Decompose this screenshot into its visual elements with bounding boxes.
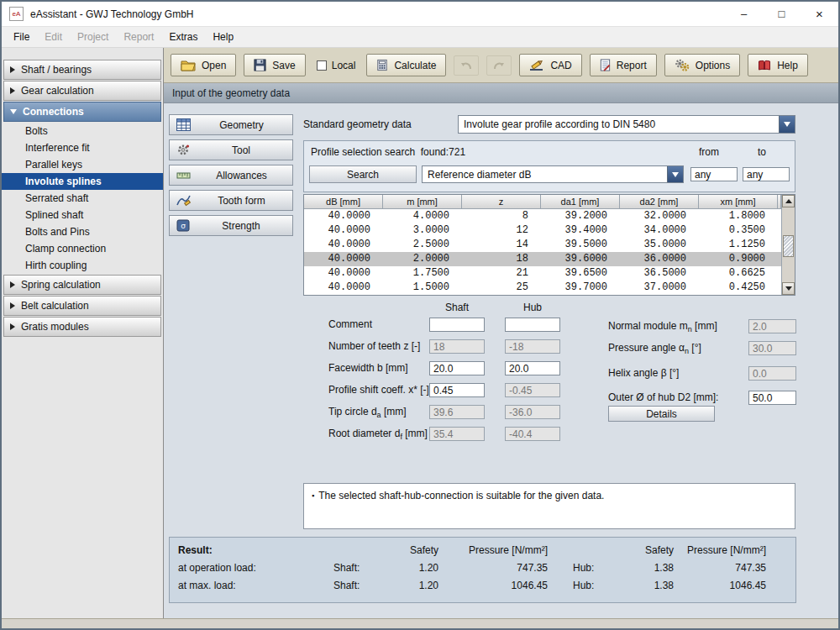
- sidebar-item-splined-shaft[interactable]: Splined shaft: [2, 207, 163, 223]
- comment-hub-input[interactable]: [505, 318, 560, 332]
- nav-geometry-button[interactable]: Geometry: [169, 114, 293, 135]
- table-scrollbar[interactable]: [781, 195, 795, 295]
- table-cell: 2.5000: [383, 238, 462, 252]
- pressure-angle-label: Pressure angle αn [°]: [608, 342, 701, 355]
- floppy-icon: [254, 59, 266, 71]
- search-found-count: found:721: [421, 146, 465, 158]
- table-row[interactable]: 40.00001.75002139.650036.50000.6625: [304, 266, 781, 281]
- sidebar-item-involute-splines[interactable]: Involute splines: [2, 173, 163, 190]
- redo-button: [486, 55, 512, 76]
- standard-geometry-select[interactable]: Involute gear profile according to DIN 5…: [458, 115, 795, 134]
- sidebar-item-clamp-connection[interactable]: Clamp connection: [2, 240, 163, 257]
- search-criteria-select[interactable]: Reference diameter dB: [422, 165, 684, 183]
- scroll-down-button[interactable]: [782, 282, 795, 295]
- table-cell: 35.0000: [620, 238, 699, 252]
- nav-tool-button[interactable]: Tool: [169, 139, 293, 160]
- details-button[interactable]: Details: [608, 406, 715, 422]
- nav-strength-label: Strength: [197, 220, 286, 232]
- facewidth-hub-input[interactable]: [505, 361, 560, 375]
- result-pressure-value: 747.35: [674, 562, 766, 574]
- cad-button[interactable]: CAD: [519, 54, 581, 76]
- sidebar-item-hirth-coupling[interactable]: Hirth coupling: [2, 257, 163, 274]
- sidebar-item-parallel-keys[interactable]: Parallel keys: [2, 156, 163, 173]
- local-checkbox[interactable]: Local: [313, 60, 360, 71]
- close-button[interactable]: ×: [801, 2, 838, 27]
- bullet-icon: ▪: [312, 491, 314, 500]
- sidebar-section-label: Belt calculation: [21, 300, 89, 312]
- sidebar-section-connections[interactable]: Connections: [3, 102, 161, 122]
- outer-hub-diameter-input[interactable]: [748, 391, 796, 405]
- table-row-selected[interactable]: 40.00002.00001839.600036.00000.9000: [304, 252, 781, 266]
- menu-edit[interactable]: Edit: [37, 27, 70, 47]
- search-title-label: Profile selection search found:721: [311, 146, 465, 158]
- table-header-z[interactable]: z: [462, 195, 541, 209]
- message-text: The selected shaft-hub-connection is sui…: [318, 490, 604, 501]
- table-row[interactable]: 40.00003.00001239.400034.00000.3500: [304, 223, 781, 238]
- table-header-xm[interactable]: xm [mm]: [699, 195, 778, 209]
- from-input[interactable]: [690, 167, 738, 181]
- menu-report[interactable]: Report: [116, 27, 161, 47]
- comment-label: Comment: [328, 318, 372, 332]
- nav-tooth-form-button[interactable]: Tooth form: [169, 190, 293, 211]
- table-header-da2[interactable]: da2 [mm]: [620, 195, 699, 209]
- grid-icon: [176, 118, 191, 131]
- table-cell: 39.4000: [541, 223, 620, 238]
- search-button[interactable]: Search: [309, 165, 417, 183]
- sidebar-item-serrated-shaft[interactable]: Serrated shaft: [2, 190, 163, 207]
- svg-text:σ: σ: [181, 222, 186, 230]
- table-row[interactable]: 40.00004.0000839.200032.00001.8000: [304, 209, 781, 223]
- table-cell: 40.0000: [304, 281, 383, 295]
- save-button[interactable]: Save: [244, 54, 305, 76]
- chevron-down-icon[interactable]: [779, 116, 795, 133]
- menu-help[interactable]: Help: [205, 27, 241, 47]
- help-button[interactable]: Help: [748, 54, 808, 76]
- sidebar-section-gratis-modules[interactable]: Gratis modules: [3, 317, 161, 337]
- hub-column-header: Hub: [505, 302, 560, 313]
- scroll-down-icon: [785, 286, 792, 291]
- minimize-button[interactable]: –: [725, 2, 763, 27]
- result-safety-value: 1.38: [623, 580, 674, 591]
- menu-extras[interactable]: Extras: [161, 27, 205, 47]
- facewidth-shaft-input[interactable]: [429, 361, 485, 375]
- report-button[interactable]: Report: [590, 54, 657, 76]
- save-label: Save: [272, 60, 295, 71]
- table-row[interactable]: 40.00002.50001439.500035.00001.1250: [304, 238, 781, 252]
- result-pressure-value: 1046.45: [674, 580, 766, 591]
- menu-project[interactable]: Project: [70, 27, 116, 47]
- table-header-da1[interactable]: da1 [mm]: [541, 195, 620, 209]
- open-button[interactable]: Open: [171, 54, 236, 76]
- table-header-m[interactable]: m [mm]: [383, 195, 462, 209]
- table-header-db[interactable]: dB [mm]: [304, 195, 383, 209]
- help-label: Help: [777, 60, 798, 71]
- profile-shift-shaft-input[interactable]: [429, 383, 485, 397]
- maximize-button[interactable]: □: [763, 2, 801, 27]
- table-row[interactable]: 40.00001.50002539.700037.00000.4250: [304, 281, 781, 295]
- scrollbar-thumb[interactable]: [783, 235, 794, 257]
- sidebar-item-interference-fit[interactable]: Interference fit: [2, 139, 163, 156]
- sidebar-section-shaft-bearings[interactable]: Shaft / bearings: [3, 60, 161, 80]
- sidebar-item-bolts-and-pins[interactable]: Bolts and Pins: [2, 223, 163, 240]
- result-panel: Result: Safety Pressure [N/mm²] Safety P…: [169, 537, 796, 603]
- pressure-angle-field: [748, 341, 796, 355]
- comment-shaft-input[interactable]: [429, 318, 485, 332]
- calculate-button[interactable]: Calculate: [366, 54, 446, 76]
- options-label: Options: [696, 60, 730, 71]
- book-icon: [758, 60, 771, 71]
- nav-allowances-button[interactable]: Allowances: [169, 165, 293, 186]
- nav-strength-button[interactable]: σ Strength: [169, 215, 293, 236]
- sidebar-section-gear-calculation[interactable]: Gear calculation: [3, 81, 161, 101]
- chevron-down-icon[interactable]: [667, 166, 683, 182]
- nav-geometry-label: Geometry: [197, 119, 286, 131]
- table-cell: 14: [462, 238, 541, 252]
- to-input[interactable]: [743, 167, 790, 181]
- table-cell: 36.5000: [620, 266, 699, 281]
- folder-icon: [181, 59, 196, 71]
- scroll-up-button[interactable]: [782, 195, 795, 207]
- options-button[interactable]: Options: [664, 54, 740, 76]
- sidebar-item-bolts[interactable]: Bolts: [2, 123, 163, 139]
- section-title-bar: Input of the geometry data: [164, 83, 838, 103]
- sidebar-section-belt-calculation[interactable]: Belt calculation: [3, 296, 161, 316]
- menu-file[interactable]: File: [6, 27, 37, 47]
- sidebar-section-spring-calculation[interactable]: Spring calculation: [3, 275, 161, 295]
- table-cell: 39.6000: [541, 252, 620, 266]
